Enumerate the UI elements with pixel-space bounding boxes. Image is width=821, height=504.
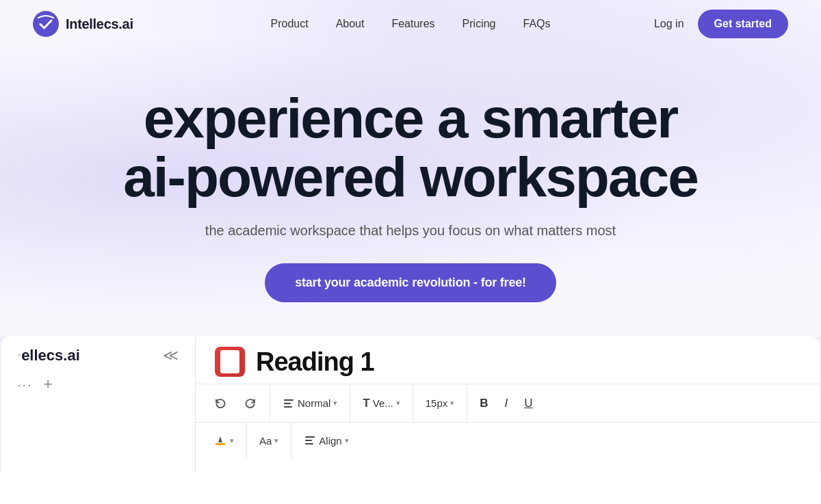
undo-redo-group [207, 384, 270, 422]
style-dropdown-group: Normal ▾ [276, 384, 350, 422]
nav-faqs[interactable]: FAQs [523, 18, 550, 29]
navbar: Intellecs.ai Product About Features Pric… [0, 0, 821, 48]
text-format-group: B I U [473, 384, 545, 422]
aa-dropdown-button[interactable]: Aa ▾ [252, 431, 285, 451]
svg-point-0 [33, 11, 59, 37]
sidebar-dots-row: ··· + [17, 375, 179, 393]
doc-icon-inner [220, 350, 239, 373]
svg-rect-1 [284, 399, 294, 401]
undo-icon [213, 397, 227, 410]
doc-title: Reading 1 [256, 347, 374, 377]
nav-about[interactable]: About [336, 18, 365, 29]
get-started-button[interactable]: Get started [698, 10, 788, 38]
style-chevron-icon: ▾ [333, 399, 337, 408]
size-dropdown-group: 15px ▾ [419, 384, 468, 422]
sidebar-logo-text: ·ellecs.ai [17, 347, 80, 364]
svg-rect-7 [305, 443, 313, 445]
style-label: Normal [298, 397, 330, 409]
logo-icon [33, 11, 59, 37]
nav-product[interactable]: Product [270, 18, 308, 29]
nav-features[interactable]: Features [391, 18, 434, 29]
undo-button[interactable] [207, 393, 234, 414]
sidebar-collapse-icon[interactable]: ≪ [163, 347, 179, 364]
highlight-group: ▾ [207, 423, 247, 458]
nav-pricing[interactable]: Pricing [462, 18, 496, 29]
redo-button[interactable] [237, 393, 264, 414]
nav-links: Product About Features Pricing FAQs [270, 18, 550, 30]
add-icon[interactable]: + [44, 375, 53, 393]
sidebar-logo-row: ·ellecs.ai ≪ [17, 347, 179, 364]
logo-link[interactable]: Intellecs.ai [33, 11, 133, 37]
hero-cta-button[interactable]: start your academic revolution - for fre… [265, 263, 556, 302]
italic-button[interactable]: I [498, 393, 515, 414]
svg-rect-6 [305, 440, 312, 441]
svg-rect-2 [284, 403, 291, 404]
nav-actions: Log in Get started [654, 10, 788, 38]
font-label: Ve... [373, 397, 393, 409]
svg-rect-4 [216, 443, 225, 445]
underline-button[interactable]: U [517, 393, 539, 414]
hero-title-line2: ai-powered workspace [123, 146, 698, 208]
login-button[interactable]: Log in [654, 18, 684, 30]
size-label: 15px [426, 397, 448, 409]
svg-rect-3 [284, 406, 292, 408]
align-label: Align [319, 435, 341, 447]
font-dropdown-group: T Ve... ▾ [356, 384, 413, 422]
font-dropdown-button[interactable]: T Ve... ▾ [356, 393, 406, 414]
hero-title-line1: experience a smarter [144, 87, 678, 149]
align-icon [283, 397, 295, 410]
redo-icon [244, 397, 257, 410]
align-dropdown-group: Align ▾ [297, 423, 361, 458]
align-dropdown-button[interactable]: Align ▾ [297, 430, 355, 451]
aa-chevron-icon: ▾ [274, 436, 278, 445]
hero-section: experience a smarter ai-powered workspac… [0, 48, 821, 330]
size-dropdown-button[interactable]: 15px ▾ [419, 393, 462, 413]
bold-button[interactable]: B [473, 393, 495, 414]
font-chevron-icon: ▾ [396, 399, 400, 408]
highlight-button[interactable]: ▾ [207, 429, 241, 451]
aa-dropdown-group: Aa ▾ [252, 423, 291, 458]
app-main-editor: Reading 1 [196, 336, 820, 472]
toolbar-row-1: Normal ▾ T Ve... ▾ 15px ▾ [196, 384, 820, 423]
hero-title: experience a smarter ai-powered workspac… [14, 89, 807, 207]
aa-label: Aa [259, 435, 272, 447]
hero-subtitle: the academic workspace that helps you fo… [14, 223, 807, 239]
logo-text: Intellecs.ai [66, 16, 133, 32]
size-chevron-icon: ▾ [450, 399, 454, 408]
font-t-icon: T [363, 397, 369, 410]
align-left-icon [304, 434, 316, 447]
highlight-icon [213, 434, 227, 447]
style-dropdown-button[interactable]: Normal ▾ [276, 393, 344, 414]
toolbar-row-2: ▾ Aa ▾ [196, 423, 820, 458]
more-options-icon[interactable]: ··· [17, 377, 33, 393]
highlight-chevron-icon: ▾ [230, 436, 234, 445]
app-window: ·ellecs.ai ≪ ··· + Reading 1 [0, 336, 821, 472]
app-preview: ·ellecs.ai ≪ ··· + Reading 1 [0, 336, 821, 472]
align-chevron-icon: ▾ [345, 436, 349, 445]
svg-rect-5 [305, 436, 315, 438]
doc-header: Reading 1 [196, 336, 820, 384]
doc-icon [215, 347, 245, 377]
app-sidebar: ·ellecs.ai ≪ ··· + [1, 336, 196, 472]
